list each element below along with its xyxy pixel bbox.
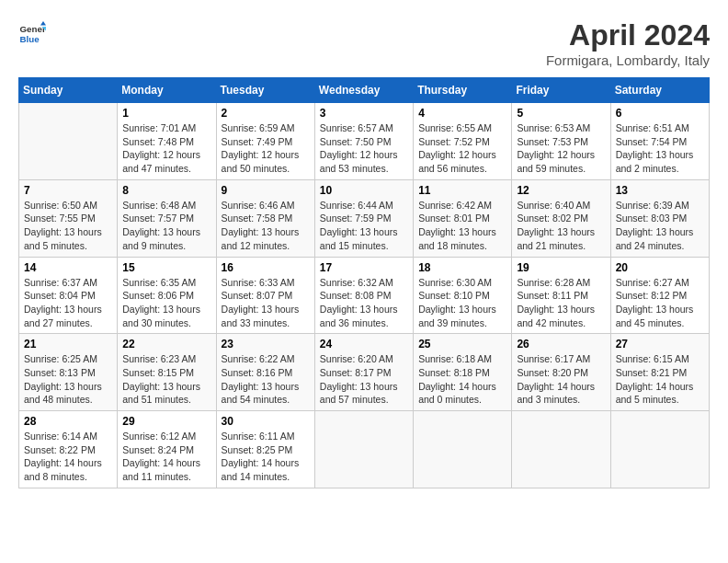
day-info: Sunrise: 6:14 AM Sunset: 8:22 PM Dayligh… [24,430,112,484]
calendar-cell: 28Sunrise: 6:14 AM Sunset: 8:22 PM Dayli… [19,411,118,488]
day-info: Sunrise: 6:11 AM Sunset: 8:25 PM Dayligh… [222,430,310,484]
day-info: Sunrise: 6:50 AM Sunset: 7:55 PM Dayligh… [24,199,112,253]
day-info: Sunrise: 6:55 AM Sunset: 7:52 PM Dayligh… [418,121,506,176]
calendar-header: SundayMondayTuesdayWednesdayThursdayFrid… [19,78,710,103]
weekday-header: Monday [118,78,216,103]
calendar-cell: 14Sunrise: 6:37 AM Sunset: 8:04 PM Dayli… [19,257,118,334]
calendar-cell [314,411,413,488]
day-info: Sunrise: 6:12 AM Sunset: 8:24 PM Dayligh… [122,430,210,484]
calendar-cell: 2Sunrise: 6:59 AM Sunset: 7:49 PM Daylig… [216,103,314,180]
day-number: 11 [418,184,506,197]
day-info: Sunrise: 6:33 AM Sunset: 8:07 PM Dayligh… [222,276,310,330]
calendar-cell: 11Sunrise: 6:42 AM Sunset: 8:01 PM Dayli… [414,179,512,257]
svg-text:General: General [20,24,47,34]
day-number: 10 [320,184,408,197]
calendar-cell: 4Sunrise: 6:55 AM Sunset: 7:52 PM Daylig… [414,103,512,180]
day-number: 30 [222,415,310,428]
day-number: 21 [24,338,112,350]
calendar-cell: 6Sunrise: 6:51 AM Sunset: 7:54 PM Daylig… [610,103,709,180]
calendar-cell: 18Sunrise: 6:30 AM Sunset: 8:10 PM Dayli… [414,257,512,334]
calendar-cell: 5Sunrise: 6:53 AM Sunset: 7:53 PM Daylig… [512,103,610,180]
day-info: Sunrise: 6:40 AM Sunset: 8:02 PM Dayligh… [517,199,605,253]
day-info: Sunrise: 6:32 AM Sunset: 8:08 PM Dayligh… [320,276,408,330]
day-info: Sunrise: 6:23 AM Sunset: 8:15 PM Dayligh… [122,352,210,407]
calendar-cell [512,411,610,488]
day-number: 20 [616,261,704,274]
day-info: Sunrise: 6:51 AM Sunset: 7:54 PM Dayligh… [616,121,704,176]
day-number: 18 [418,261,506,274]
svg-marker-2 [40,21,46,26]
day-info: Sunrise: 6:35 AM Sunset: 8:06 PM Dayligh… [122,276,210,330]
day-info: Sunrise: 6:25 AM Sunset: 8:13 PM Dayligh… [24,352,112,407]
calendar-cell: 19Sunrise: 6:28 AM Sunset: 8:11 PM Dayli… [512,257,610,334]
calendar-week-row: 28Sunrise: 6:14 AM Sunset: 8:22 PM Dayli… [19,411,710,488]
day-number: 26 [517,338,605,350]
day-info: Sunrise: 6:39 AM Sunset: 8:03 PM Dayligh… [616,199,704,253]
calendar-week-row: 21Sunrise: 6:25 AM Sunset: 8:13 PM Dayli… [19,334,710,411]
calendar-cell: 16Sunrise: 6:33 AM Sunset: 8:07 PM Dayli… [216,257,314,334]
calendar-cell: 20Sunrise: 6:27 AM Sunset: 8:12 PM Dayli… [610,257,709,334]
weekday-header: Thursday [414,78,512,103]
weekday-header: Sunday [19,78,118,103]
day-number: 27 [616,338,704,350]
day-number: 25 [418,338,506,350]
logo-icon: General Blue [18,18,46,46]
day-number: 23 [222,338,310,350]
day-number: 19 [517,261,605,274]
day-number: 22 [122,338,210,350]
calendar-cell: 26Sunrise: 6:17 AM Sunset: 8:20 PM Dayli… [512,334,610,411]
day-info: Sunrise: 7:01 AM Sunset: 7:48 PM Dayligh… [122,121,210,176]
calendar-cell: 23Sunrise: 6:22 AM Sunset: 8:16 PM Dayli… [216,334,314,411]
calendar-cell: 27Sunrise: 6:15 AM Sunset: 8:21 PM Dayli… [610,334,709,411]
location-subtitle: Formigara, Lombardy, Italy [546,52,710,68]
day-number: 24 [320,338,408,350]
calendar-body: 1Sunrise: 7:01 AM Sunset: 7:48 PM Daylig… [19,103,710,488]
day-info: Sunrise: 6:57 AM Sunset: 7:50 PM Dayligh… [320,121,408,176]
day-number: 28 [24,415,112,428]
day-info: Sunrise: 6:27 AM Sunset: 8:12 PM Dayligh… [616,276,704,330]
month-title: April 2024 [546,18,710,52]
day-info: Sunrise: 6:37 AM Sunset: 8:04 PM Dayligh… [24,276,112,330]
calendar-cell: 9Sunrise: 6:46 AM Sunset: 7:58 PM Daylig… [216,179,314,257]
day-number: 14 [24,261,112,274]
day-info: Sunrise: 6:53 AM Sunset: 7:53 PM Dayligh… [517,121,605,176]
day-number: 12 [517,184,605,197]
weekday-header: Tuesday [216,78,314,103]
day-info: Sunrise: 6:22 AM Sunset: 8:16 PM Dayligh… [222,352,310,407]
calendar-cell [610,411,709,488]
day-number: 17 [320,261,408,274]
calendar-cell: 22Sunrise: 6:23 AM Sunset: 8:15 PM Dayli… [118,334,216,411]
day-info: Sunrise: 6:28 AM Sunset: 8:11 PM Dayligh… [517,276,605,330]
title-block: April 2024 Formigara, Lombardy, Italy [546,18,710,68]
calendar-cell: 21Sunrise: 6:25 AM Sunset: 8:13 PM Dayli… [19,334,118,411]
day-number: 13 [616,184,704,197]
day-number: 6 [616,107,704,120]
day-info: Sunrise: 6:15 AM Sunset: 8:21 PM Dayligh… [616,352,704,407]
calendar-cell: 1Sunrise: 7:01 AM Sunset: 7:48 PM Daylig… [118,103,216,180]
day-info: Sunrise: 6:42 AM Sunset: 8:01 PM Dayligh… [418,199,506,253]
weekday-row: SundayMondayTuesdayWednesdayThursdayFrid… [19,78,710,103]
day-info: Sunrise: 6:30 AM Sunset: 8:10 PM Dayligh… [418,276,506,330]
day-number: 9 [222,184,310,197]
calendar-cell: 17Sunrise: 6:32 AM Sunset: 8:08 PM Dayli… [314,257,413,334]
calendar-cell: 25Sunrise: 6:18 AM Sunset: 8:18 PM Dayli… [414,334,512,411]
day-number: 7 [24,184,112,197]
day-number: 3 [320,107,408,120]
weekday-header: Saturday [610,78,709,103]
calendar-cell: 12Sunrise: 6:40 AM Sunset: 8:02 PM Dayli… [512,179,610,257]
calendar-cell: 30Sunrise: 6:11 AM Sunset: 8:25 PM Dayli… [216,411,314,488]
day-number: 16 [222,261,310,274]
calendar-cell: 15Sunrise: 6:35 AM Sunset: 8:06 PM Dayli… [118,257,216,334]
day-info: Sunrise: 6:20 AM Sunset: 8:17 PM Dayligh… [320,352,408,407]
day-info: Sunrise: 6:18 AM Sunset: 8:18 PM Dayligh… [418,352,506,407]
svg-text:Blue: Blue [20,34,40,44]
day-number: 8 [122,184,210,197]
calendar-cell: 3Sunrise: 6:57 AM Sunset: 7:50 PM Daylig… [314,103,413,180]
weekday-header: Wednesday [314,78,413,103]
calendar-week-row: 7Sunrise: 6:50 AM Sunset: 7:55 PM Daylig… [19,179,710,257]
calendar-cell: 10Sunrise: 6:44 AM Sunset: 7:59 PM Dayli… [314,179,413,257]
calendar-week-row: 14Sunrise: 6:37 AM Sunset: 8:04 PM Dayli… [19,257,710,334]
day-number: 4 [418,107,506,120]
day-number: 29 [122,415,210,428]
calendar-cell: 24Sunrise: 6:20 AM Sunset: 8:17 PM Dayli… [314,334,413,411]
